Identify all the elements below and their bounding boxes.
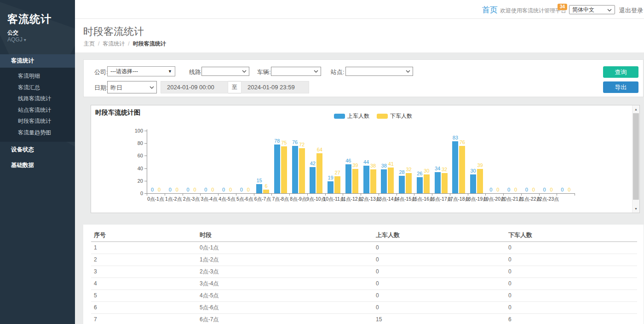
x-axis-tick	[236, 194, 236, 196]
org-name: 公交	[7, 29, 18, 37]
breadcrumb-home[interactable]: 主页	[84, 40, 95, 47]
chart-bar	[459, 146, 465, 193]
bar-value-label: 42	[310, 161, 316, 166]
bar-value-label: 0	[176, 187, 178, 192]
chart-bar	[417, 177, 423, 193]
sidebar-item-passenger-detail[interactable]: 客流明细	[0, 70, 75, 82]
topbar: 首页 欢迎使用客流统计管理平台 34 简体中文 退出登录	[75, 0, 644, 19]
chart-bar	[352, 169, 358, 193]
x-axis-tick	[575, 194, 575, 196]
bar-value-label: 34	[435, 166, 440, 171]
date-start-input[interactable]: 2024-01-09 00:00	[161, 81, 228, 93]
bar-value-label: 6	[264, 183, 267, 189]
logout-link[interactable]: 退出登录	[619, 6, 643, 15]
bar-value-label: 0	[543, 187, 546, 192]
bar-value-label: 0	[507, 187, 510, 192]
bar-value-label: 76	[460, 139, 465, 145]
table-cell: 0点-1点	[197, 242, 373, 254]
table-cell: 2	[91, 254, 197, 266]
y-axis-label: 20	[130, 178, 143, 184]
chart-bar	[263, 190, 269, 193]
station-select[interactable]	[345, 67, 413, 76]
submenu-group: 客流明细客流汇总线路客流统计站点客流统计时段客流统计客流量趋势图	[0, 68, 75, 142]
sidebar-section-device-status[interactable]: 设备状态	[0, 142, 75, 157]
sidebar-item-line-stats[interactable]: 线路客流统计	[0, 93, 75, 104]
x-axis-label: 0点-1点	[147, 196, 164, 202]
app-brand: 客流统计	[7, 12, 52, 26]
bar-value-label: 0	[193, 187, 196, 192]
chart-bar	[281, 146, 287, 193]
table-header-row: 序号 时段 上车人数 下车人数	[91, 229, 637, 242]
x-axis-tick	[503, 194, 504, 196]
scroll-up-icon[interactable]: ▲	[632, 106, 639, 113]
sidebar-item-passenger-summary[interactable]: 客流汇总	[0, 82, 75, 93]
table-cell: 0	[506, 278, 637, 289]
date-range-group: 2024-01-09 00:00 至 2024-01-09 23:59	[161, 81, 309, 93]
chart-vertical-scrollbar[interactable]: ▲ ▼	[632, 105, 639, 213]
col-header-index: 序号	[91, 229, 197, 242]
y-axis-tick	[144, 181, 147, 181]
scroll-down-icon[interactable]: ▼	[632, 205, 639, 212]
table-body: 10点-1点0021点-2点0032点-3点0043点-4点0054点-5点00…	[91, 242, 637, 324]
col-header-period: 时段	[197, 229, 373, 242]
y-axis-tick	[144, 156, 147, 156]
bar-value-label: 15	[256, 178, 262, 183]
table-cell: 2点-3点	[197, 266, 373, 278]
y-axis-label: 0	[130, 191, 143, 196]
table-cell: 0	[506, 266, 637, 278]
x-axis-label: 5点-6点	[236, 196, 253, 202]
breadcrumb-section[interactable]: 客流统计	[103, 40, 125, 47]
table-cell: 15	[373, 313, 506, 324]
line-select[interactable]	[201, 67, 249, 76]
chart-bar	[435, 172, 441, 193]
chart-bar	[256, 184, 262, 193]
sidebar-section-passenger-stats[interactable]: 客流统计	[0, 54, 75, 68]
org-code-dropdown[interactable]: AQGJ▾	[7, 36, 26, 43]
chevron-down-icon	[242, 70, 247, 73]
bar-value-label: 0	[525, 187, 528, 192]
vehicle-select[interactable]	[271, 67, 321, 76]
language-select[interactable]: 简体中文	[569, 5, 615, 14]
x-axis-tick	[343, 194, 343, 196]
export-button[interactable]: 导出	[603, 81, 638, 93]
filter-panel: 公司: ---请选择--- ▼ 线路: 车辆: 站点: 日期: 昨日 2024-…	[83, 59, 644, 97]
x-axis-tick	[361, 194, 361, 196]
chart-bar	[406, 173, 412, 193]
bar-value-label: 39	[352, 162, 358, 168]
sidebar-item-trend-chart[interactable]: 客流量趋势图	[0, 127, 75, 139]
x-axis-tick	[432, 194, 432, 196]
company-select[interactable]: ---请选择--- ▼	[107, 66, 175, 76]
bar-value-label: 0	[204, 187, 207, 192]
table-cell: 0	[373, 289, 506, 301]
sidebar-item-period-stats[interactable]: 时段客流统计	[0, 116, 75, 127]
table-cell: 5点-6点	[197, 301, 373, 313]
sidebar-section-base-data[interactable]: 基础数据	[0, 157, 75, 173]
y-axis-line	[147, 129, 147, 193]
date-end-input[interactable]: 2024-01-09 23:59	[241, 81, 309, 93]
sidebar-item-station-stats[interactable]: 站点客流统计	[0, 104, 75, 116]
dropdown-arrow-icon: ▼	[168, 69, 172, 74]
table-row: 10点-1点00	[91, 242, 637, 254]
home-link[interactable]: 首页	[482, 5, 498, 15]
chart-plot: 0204060801000点-1点001点-2点002点-3点003点-4点00…	[91, 105, 632, 213]
bar-value-label: 38	[370, 163, 376, 168]
vehicle-label: 车辆:	[257, 68, 271, 76]
table-cell: 0	[506, 254, 637, 266]
company-label: 公司:	[94, 68, 108, 76]
table-row: 76点-7点156	[91, 313, 637, 324]
chevron-down-icon	[406, 70, 410, 73]
table-panel: 序号 时段 上车人数 下车人数 10点-1点0021点-2点0032点-3点00…	[83, 225, 644, 324]
x-axis-tick	[200, 194, 201, 196]
bar-value-label: 0	[169, 187, 172, 192]
scrollbar-thumb[interactable]	[633, 113, 639, 200]
date-preset-select[interactable]: 昨日	[107, 81, 157, 93]
query-button[interactable]: 查询	[603, 66, 638, 78]
y-axis-tick	[144, 131, 147, 131]
bar-value-label: 46	[345, 158, 351, 163]
table-cell: 5	[91, 289, 197, 301]
table-cell: 0	[373, 301, 506, 313]
bar-value-label: 0	[247, 187, 250, 192]
chart-bar	[470, 174, 476, 193]
vehicle-value	[271, 67, 321, 68]
bar-value-label: 28	[399, 169, 404, 175]
